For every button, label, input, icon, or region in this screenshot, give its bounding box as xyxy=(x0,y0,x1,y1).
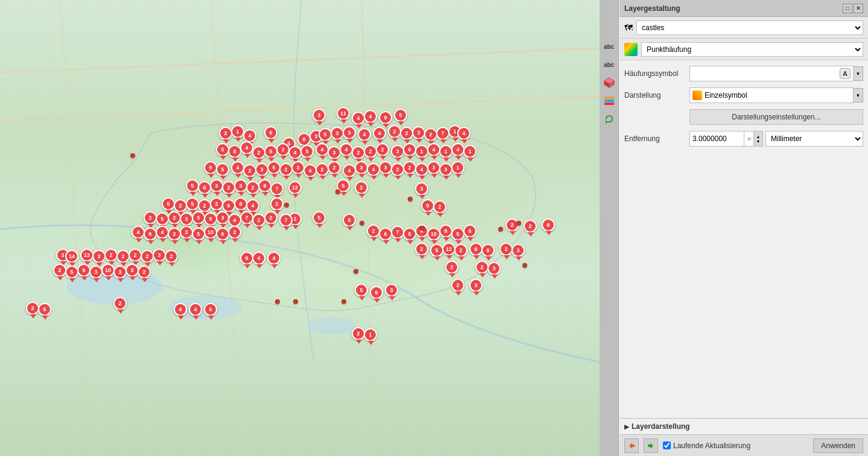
cube-icon[interactable] xyxy=(601,75,617,90)
cluster-marker[interactable]: 2 xyxy=(445,261,460,277)
cluster-marker[interactable]: 6 xyxy=(204,303,218,320)
cluster-marker[interactable]: 2 xyxy=(454,244,469,261)
laufende-aktualisierung-checkbox[interactable] xyxy=(663,442,671,449)
cluster-marker[interactable]: 5 xyxy=(394,109,408,125)
cluster-marker[interactable]: 4 xyxy=(174,303,188,320)
cluster-marker[interactable]: 3 xyxy=(487,262,502,279)
cluster-marker[interactable]: 6 xyxy=(481,244,496,261)
dot-marker[interactable] xyxy=(130,153,135,158)
cluster-marker[interactable]: 5 xyxy=(300,145,315,162)
dot-marker[interactable] xyxy=(353,269,358,274)
entfernung-input[interactable] xyxy=(689,131,744,147)
cluster-marker[interactable]: 6 xyxy=(370,286,384,303)
cluster-marker[interactable]: 5 xyxy=(312,211,327,228)
dot-marker[interactable] xyxy=(335,189,340,194)
dot-marker[interactable] xyxy=(275,299,280,304)
darstellungseinstellungen-button[interactable]: Darstellungseinstellungen... xyxy=(689,109,863,125)
dot-marker[interactable] xyxy=(408,197,413,201)
cluster-marker[interactable]: 5 xyxy=(216,163,230,180)
abc-icon-2[interactable]: abc xyxy=(601,57,617,72)
cluster-marker[interactable]: 6 xyxy=(542,218,556,235)
dot-marker[interactable] xyxy=(341,299,346,304)
close-button[interactable]: ✕ xyxy=(854,4,863,13)
cluster-marker[interactable]: 3 xyxy=(385,283,399,300)
cluster-marker[interactable]: 5 xyxy=(343,214,357,230)
panel-footer: Laufende Aktualisierung Anwenden xyxy=(619,434,868,456)
cluster-marker[interactable]: 4 xyxy=(267,252,282,268)
cluster-marker[interactable]: 4 xyxy=(358,128,372,145)
cluster-marker[interactable]: 4 xyxy=(252,252,267,268)
cluster-marker[interactable]: 2 xyxy=(264,211,279,228)
cluster-marker[interactable]: 5 xyxy=(38,303,52,320)
cluster-marker[interactable]: 2 xyxy=(355,181,369,198)
renderer-icon xyxy=(624,43,638,56)
cluster-marker[interactable]: 4 xyxy=(364,110,378,127)
renderer-row: Punkthäufung xyxy=(619,39,868,60)
layer-select[interactable]: castles xyxy=(636,21,863,35)
entfernung-clear-btn[interactable]: ✕ xyxy=(744,131,753,147)
darstellung-field: Einzelsymbol xyxy=(689,87,854,103)
renderer-select[interactable]: Punkthäufung xyxy=(641,42,863,57)
cluster-marker[interactable]: 4 xyxy=(189,303,203,320)
cluster-marker[interactable]: 2 xyxy=(328,161,342,178)
cluster-marker[interactable]: 7 xyxy=(270,182,285,199)
dot-marker[interactable] xyxy=(498,227,503,232)
cluster-marker[interactable]: 2 xyxy=(376,143,390,160)
layer-select-icon: 🗺 xyxy=(624,23,633,33)
panel-title: Layergestaltung xyxy=(624,4,680,13)
map-area[interactable]: 3114495214658353344223271458425345434222… xyxy=(0,0,600,456)
forward-button[interactable] xyxy=(644,439,658,453)
cluster-marker[interactable]: 2 xyxy=(524,220,538,236)
dot-marker[interactable] xyxy=(420,226,425,230)
entfernung-unit-select[interactable]: Millimeter xyxy=(765,131,863,147)
entfernung-spin-btn[interactable]: ▲ ▼ xyxy=(753,131,763,147)
cluster-marker[interactable]: 2 xyxy=(113,297,128,314)
layerdarstellung-label: Layerdarstellung xyxy=(632,422,690,431)
entfernung-label: Entfernung xyxy=(624,135,685,143)
dot-marker[interactable] xyxy=(360,221,364,226)
undo-icon[interactable] xyxy=(601,111,617,127)
cluster-marker[interactable]: 3 xyxy=(415,182,429,199)
darstellung-row: Darstellung Einzelsymbol ▼ xyxy=(624,87,863,104)
cluster-marker[interactable]: 3 xyxy=(312,109,327,125)
float-button[interactable]: □ xyxy=(843,4,852,13)
panel-header: Layergestaltung □ ✕ xyxy=(619,0,868,17)
dot-marker[interactable] xyxy=(522,263,527,268)
dot-marker[interactable] xyxy=(516,221,521,226)
dot-marker[interactable] xyxy=(293,299,298,304)
back-button[interactable] xyxy=(624,439,639,453)
abc-icon[interactable]: abc xyxy=(601,39,617,54)
haeufungssymbol-dropdown-btn[interactable]: ▼ xyxy=(854,66,863,81)
apply-button[interactable]: Anwenden xyxy=(813,439,863,453)
dot-marker[interactable] xyxy=(284,203,289,207)
cluster-marker[interactable]: 1 xyxy=(463,145,478,162)
cluster-marker[interactable]: 2 xyxy=(415,242,429,259)
cluster-marker[interactable]: 6 xyxy=(463,224,478,241)
cluster-marker[interactable]: 4 xyxy=(373,127,387,144)
cluster-marker[interactable]: 2 xyxy=(433,200,448,217)
darstellung-label: Darstellung xyxy=(624,91,685,100)
laufende-aktualisierung-wrap: Laufende Aktualisierung xyxy=(663,442,808,450)
cluster-marker[interactable]: 2 xyxy=(228,226,242,242)
cluster-marker[interactable]: 12 xyxy=(288,181,303,198)
darstellung-dropdown-btn[interactable]: ▼ xyxy=(854,88,863,103)
layerdarstellung-header[interactable]: ▶ Layerdarstellung xyxy=(624,422,863,431)
cluster-marker[interactable]: 2 xyxy=(165,250,179,267)
layers-icon[interactable] xyxy=(601,93,617,109)
cluster-marker[interactable]: 1 xyxy=(364,328,378,345)
cluster-marker[interactable]: 1 xyxy=(451,161,466,178)
cluster-marker[interactable]: 4 xyxy=(457,127,472,144)
haeufungssymbol-row: Häufungssymbol A ▼ xyxy=(624,65,863,82)
cluster-marker[interactable]: 3 xyxy=(469,279,484,296)
cluster-marker[interactable]: 3 xyxy=(512,244,526,261)
cluster-marker[interactable]: 2 xyxy=(451,279,466,296)
cluster-marker[interactable]: 11 xyxy=(337,107,351,124)
cluster-marker[interactable]: 6 xyxy=(264,126,279,143)
svg-marker-19 xyxy=(648,443,653,449)
cluster-marker[interactable]: 7 xyxy=(279,214,294,230)
darstellung-icon xyxy=(692,90,702,100)
svg-rect-15 xyxy=(604,100,614,102)
cluster-marker[interactable]: 2 xyxy=(138,265,152,282)
cluster-marker[interactable]: 5 xyxy=(355,283,369,300)
cluster-marker[interactable]: 3 xyxy=(343,126,357,143)
